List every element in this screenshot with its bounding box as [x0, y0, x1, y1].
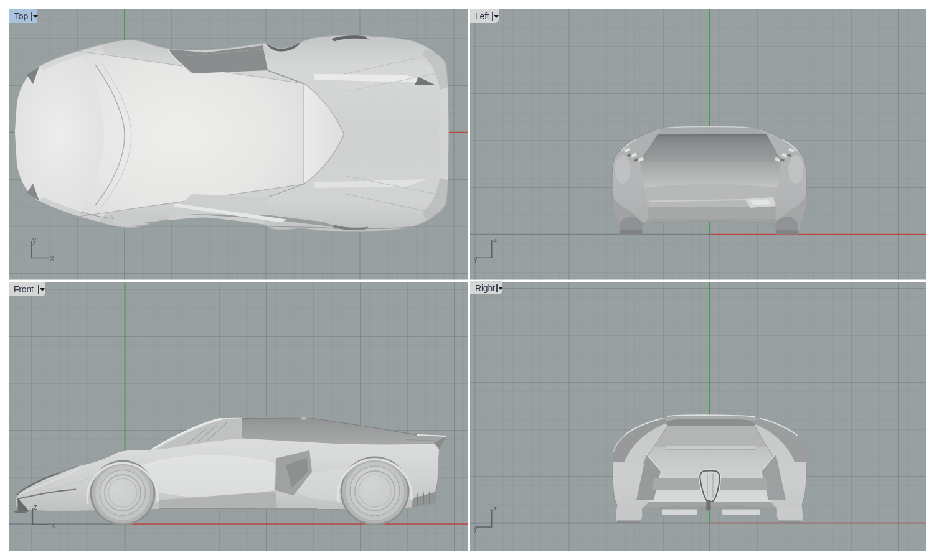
svg-text:z: z [493, 505, 497, 513]
svg-text:x: x [50, 254, 54, 263]
svg-text:y: y [474, 523, 478, 532]
svg-text:z: z [34, 502, 37, 511]
svg-text:y: y [474, 254, 478, 263]
svg-text:x: x [52, 520, 55, 529]
svg-text:z: z [493, 235, 497, 244]
svg-text:y: y [32, 236, 36, 245]
